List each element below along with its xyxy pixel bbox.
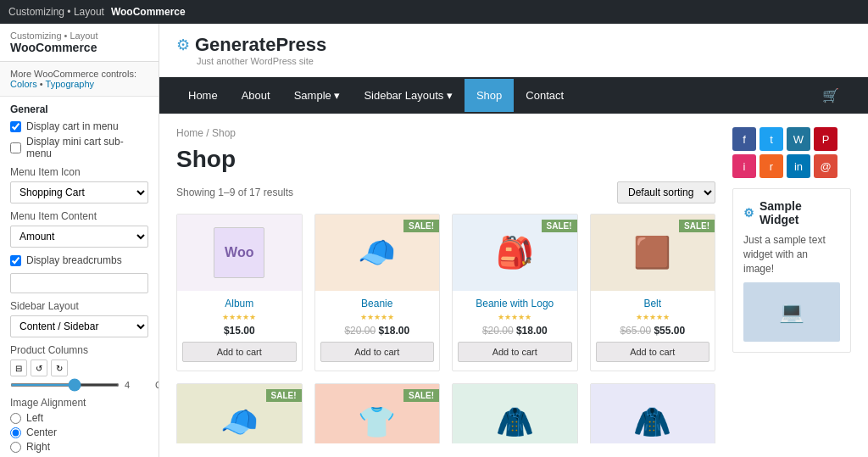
product-card: SALE! 🧢 Cap ★★★★★ $16.00 Add to cart [176,383,303,443]
add-to-cart-button[interactable]: Add to cart [182,342,297,362]
customizer-header: Customizing • Layout WooCommerce [0,24,159,62]
product-card: 🧥 Hoodie with Logo ★★★★★ $45.00 Add to c… [452,383,578,443]
display-breadcrumbs-checkbox[interactable] [10,255,21,266]
product-image: 🧥 [591,384,715,443]
product-card: SALE! 🟫 Belt ★★★★★ $65.00 $55.00 Add to … [590,214,716,371]
shop-title: Shop [176,146,715,173]
sidebar-layout-select[interactable]: Content / Sidebar [10,315,148,337]
showing-count: Showing 1–9 of 17 results [176,187,293,198]
align-center-label: Center [26,426,57,438]
display-mini-cart-row: Display mini cart sub-menu [10,136,148,159]
product-columns-label: Product Columns [10,344,148,356]
product-name: Beanie with Logo [453,298,577,309]
social-icon-instagram[interactable]: i [732,154,756,178]
product-card: 🧥 Hoodie with Zipper ★★★★★ $45.00 Add to… [590,383,716,443]
site-logo: ⚙ GeneratePress Just another WordPress s… [176,34,326,66]
typography-link[interactable]: Typography [46,79,94,89]
slider-icon-2[interactable]: ↺ [31,359,47,376]
product-image: SALE! 🧢 [177,384,302,443]
widget-title: ⚙ Sample Widget [743,199,840,226]
general-title: General [10,103,148,115]
nav-about[interactable]: About [230,79,282,112]
align-center-radio[interactable] [10,427,21,438]
add-to-cart-button[interactable]: Add to cart [320,342,435,362]
align-left-label: Left [26,412,43,424]
add-to-cart-button[interactable]: Add to cart [458,342,572,362]
social-icons: ftWPirin@ [732,127,851,178]
product-columns-slider-row: 4 COL [10,380,148,390]
social-icon-twitter[interactable]: t [760,127,783,151]
social-icon-rss[interactable]: r [760,154,783,178]
site-nav: Home About Sample ▾ Sidebar Layouts ▾ Sh… [159,77,868,114]
sort-select[interactable]: Default sorting [617,181,715,203]
menu-content-select[interactable]: Amount [10,226,148,248]
customizer-breadcrumb: Customizing • Layout [10,31,148,41]
customizer-more: More WooCommerce controls: Colors • Typo… [0,62,159,97]
widget-box: ⚙ Sample Widget Just a sample text widge… [732,188,851,353]
nav-shop[interactable]: Shop [465,79,514,112]
sale-badge: SALE! [679,220,715,232]
widget-text: Just a sample text widget with an image! [743,233,840,276]
product-image: SALE! 👕 [315,384,440,443]
sale-badge: SALE! [542,220,577,232]
product-price: $20.00 $18.00 [453,325,577,337]
shop-sidebar: ftWPirin@ ⚙ Sample Widget Just a sample … [732,127,851,443]
product-columns-value: 4 [125,380,150,390]
nav-sidebar-layouts[interactable]: Sidebar Layouts ▾ [352,79,465,112]
social-icon-email[interactable]: @ [814,154,837,178]
social-icon-facebook[interactable]: f [732,127,756,151]
social-icon-pinterest[interactable]: P [814,127,837,151]
display-breadcrumbs-label: Display breadcrumbs [26,254,122,266]
breadcrumb-input[interactable]: Shop [10,273,148,293]
customizer-title: WooCommerce [10,41,148,54]
customizing-label: Customizing • Layout [8,6,104,18]
display-mini-cart-label: Display mini cart sub-menu [26,136,148,159]
product-card: SALE! 👕 Hoodie ★★★★★ $45.00 Add to cart [314,383,441,443]
content-area: Home / Shop Shop Showing 1–9 of 17 resul… [159,114,868,457]
display-cart-label: Display cart in menu [26,120,119,132]
product-stars: ★★★★★ [453,313,577,321]
align-left-radio[interactable] [10,413,21,424]
product-price: $65.00 $55.00 [591,325,715,337]
product-stars: ★★★★★ [591,313,715,321]
colors-link[interactable]: Colors [10,79,37,89]
display-breadcrumbs-row: Display breadcrumbs [10,254,148,266]
product-card: SALE! 🎒 Beanie with Logo ★★★★★ $20.00 $1… [452,214,578,371]
align-center-row: Center [10,426,148,438]
product-image: SALE! 🧢 [315,215,440,291]
nav-cart-icon[interactable]: 🛒 [810,77,851,114]
slider-icon-3[interactable]: ↻ [51,359,68,376]
nav-home[interactable]: Home [176,79,230,112]
align-left-row: Left [10,412,148,424]
product-image: SALE! 🟫 [591,215,715,291]
product-columns-slider[interactable] [10,383,120,387]
nav-contact[interactable]: Contact [514,79,576,112]
display-mini-cart-checkbox[interactable] [10,142,21,153]
product-card: SALE! 🧢 Beanie ★★★★★ $20.00 $18.00 Add t… [314,214,441,371]
product-image: 🧥 [453,384,577,443]
product-image: SALE! 🎒 [453,215,577,291]
widget-title-text: Sample Widget [760,199,840,226]
align-right-radio[interactable] [10,442,21,453]
product-stars: ★★★★★ [315,313,440,321]
nav-sample[interactable]: Sample ▾ [282,79,353,112]
widget-icon: ⚙ [743,206,754,220]
align-right-row: Right [10,441,148,453]
product-stars: ★★★★★ [177,313,302,321]
product-price: $20.00 $18.00 [315,325,440,337]
slider-icon-1[interactable]: ⊟ [10,359,27,376]
product-name: Album [177,298,302,309]
social-icon-wordpress[interactable]: W [787,127,810,151]
widget-image: 💻 [743,282,840,342]
preview-area: ⚙ GeneratePress Just another WordPress s… [159,24,868,457]
align-right-label: Right [26,441,50,453]
slider-icons: ⊟ ↺ ↻ [10,359,148,376]
logo-text: GeneratePress [195,34,326,56]
product-grid: Woo Album ★★★★★ $15.00 Add to cart SALE!… [176,214,715,443]
product-name: Belt [591,298,715,309]
menu-icon-select[interactable]: Shopping Cart [10,181,148,203]
social-icon-linkedin[interactable]: in [787,154,810,178]
display-cart-checkbox[interactable] [10,121,21,132]
admin-bar: Customizing • Layout WooCommerce [0,0,868,24]
add-to-cart-button[interactable]: Add to cart [596,342,710,362]
